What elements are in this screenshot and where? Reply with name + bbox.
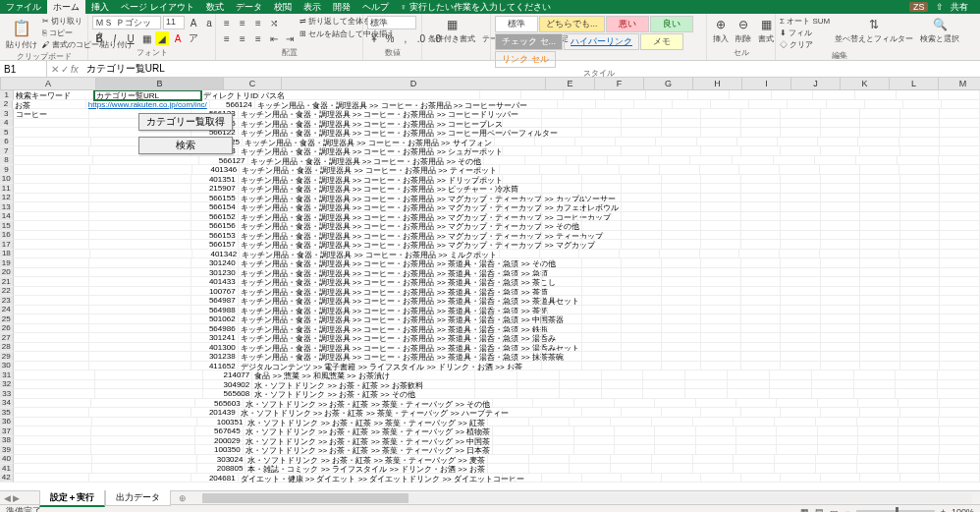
cell[interactable] bbox=[857, 418, 898, 427]
enter-icon[interactable]: ✓ bbox=[61, 64, 69, 75]
cell[interactable] bbox=[741, 352, 782, 362]
cell[interactable] bbox=[605, 90, 646, 100]
cell[interactable] bbox=[493, 427, 533, 436]
cell[interactable] bbox=[14, 362, 90, 371]
cell[interactable] bbox=[821, 109, 861, 119]
cell[interactable] bbox=[503, 109, 543, 119]
cell[interactable] bbox=[560, 370, 602, 380]
cancel-icon[interactable]: ✕ bbox=[51, 64, 59, 75]
cell[interactable] bbox=[89, 194, 191, 203]
cell[interactable]: 564987 bbox=[191, 296, 239, 306]
cell[interactable] bbox=[608, 156, 649, 166]
cell[interactable] bbox=[582, 258, 623, 268]
cell[interactable] bbox=[14, 175, 90, 185]
cell[interactable] bbox=[821, 408, 861, 418]
fx-icon[interactable]: fx bbox=[71, 64, 79, 75]
cell[interactable]: キッチン用品・食器・調理器具 >> コーヒー・お茶用品 >> マグカップ・ティー… bbox=[239, 240, 503, 250]
cell[interactable]: 本・雑誌・コミック >> ライフスタイル >> ドリンク・お酒 >> お茶 bbox=[245, 464, 487, 474]
cell[interactable] bbox=[622, 277, 662, 287]
cell[interactable] bbox=[781, 109, 821, 119]
row-header[interactable]: 34 bbox=[0, 399, 14, 409]
cell[interactable] bbox=[14, 333, 90, 343]
cell[interactable] bbox=[736, 427, 777, 436]
style-bad[interactable]: 悪い bbox=[606, 16, 649, 32]
cell[interactable]: 567645 bbox=[195, 427, 244, 436]
cell[interactable] bbox=[503, 296, 543, 306]
cell[interactable] bbox=[662, 240, 702, 250]
tab-insert[interactable]: 挿入 bbox=[85, 0, 115, 14]
cell[interactable] bbox=[858, 399, 898, 409]
cell[interactable] bbox=[940, 138, 980, 147]
cell[interactable] bbox=[503, 343, 543, 353]
cell[interactable] bbox=[777, 427, 817, 436]
cell[interactable] bbox=[940, 194, 980, 203]
cell[interactable] bbox=[503, 258, 543, 268]
cell[interactable] bbox=[582, 175, 623, 185]
cell[interactable] bbox=[622, 175, 662, 185]
cell[interactable] bbox=[14, 194, 90, 203]
cell[interactable] bbox=[475, 380, 517, 390]
cell[interactable] bbox=[582, 474, 623, 484]
cell[interactable] bbox=[503, 268, 543, 278]
col-header-D[interactable]: D bbox=[282, 78, 546, 89]
cell[interactable] bbox=[860, 352, 900, 362]
row-header[interactable]: 8 bbox=[0, 156, 14, 166]
cell[interactable] bbox=[701, 474, 741, 484]
cell[interactable] bbox=[900, 231, 941, 241]
cell[interactable] bbox=[701, 362, 741, 371]
cell[interactable] bbox=[821, 258, 861, 268]
cell[interactable] bbox=[701, 268, 741, 278]
cell[interactable] bbox=[89, 314, 191, 324]
cell[interactable] bbox=[503, 119, 543, 129]
autosum-button[interactable]: Σ オート SUM bbox=[780, 16, 830, 27]
cell[interactable] bbox=[696, 399, 736, 409]
cell[interactable] bbox=[14, 165, 90, 175]
cell[interactable] bbox=[860, 474, 900, 484]
cell[interactable] bbox=[741, 287, 782, 297]
cell[interactable] bbox=[821, 175, 861, 185]
cell[interactable] bbox=[821, 474, 861, 484]
cell[interactable] bbox=[90, 250, 192, 259]
row-header[interactable]: 30 bbox=[0, 362, 14, 371]
cell[interactable] bbox=[95, 380, 203, 390]
cell[interactable]: 208805 bbox=[197, 464, 245, 474]
cell[interactable] bbox=[741, 306, 782, 315]
cell[interactable] bbox=[574, 427, 615, 436]
cell[interactable] bbox=[900, 119, 941, 129]
cell[interactable]: キッチン用品・食器・調理器具 >> コーヒー・お茶用品 >> 茶道具・湯呑・急須… bbox=[239, 258, 503, 268]
cell[interactable] bbox=[503, 306, 543, 315]
cell[interactable] bbox=[940, 146, 980, 156]
row-header[interactable]: 41 bbox=[0, 464, 14, 474]
cell[interactable] bbox=[781, 306, 821, 315]
cell[interactable] bbox=[777, 436, 817, 446]
row-header[interactable]: 16 bbox=[0, 231, 14, 241]
cell[interactable] bbox=[542, 306, 582, 315]
cell[interactable] bbox=[821, 333, 861, 343]
style-link[interactable]: ハイパーリンク bbox=[564, 33, 639, 50]
cell[interactable] bbox=[14, 250, 90, 259]
cell[interactable] bbox=[655, 445, 695, 455]
cell[interactable] bbox=[602, 389, 644, 399]
insert-cells-button[interactable]: ⊕挿入 bbox=[711, 16, 731, 45]
cell[interactable] bbox=[821, 212, 861, 222]
row-header[interactable]: 32 bbox=[0, 380, 14, 390]
paste-button[interactable]: 📋貼り付け bbox=[4, 16, 39, 51]
cell[interactable] bbox=[940, 268, 980, 278]
cell[interactable] bbox=[775, 464, 816, 474]
cell[interactable] bbox=[781, 474, 821, 484]
cell[interactable] bbox=[660, 250, 700, 259]
cell[interactable] bbox=[860, 343, 900, 353]
cell[interactable] bbox=[582, 324, 623, 334]
cell[interactable]: 215907 bbox=[191, 184, 239, 194]
cell[interactable] bbox=[542, 212, 582, 222]
cell[interactable] bbox=[503, 362, 543, 371]
cell[interactable] bbox=[542, 202, 582, 212]
cell[interactable] bbox=[940, 352, 980, 362]
cell[interactable]: 566156 bbox=[191, 221, 239, 231]
cell[interactable] bbox=[615, 445, 655, 455]
cell[interactable]: キッチン用品・食器・調理器具 >> コーヒー・お茶用品 >> サイフォン bbox=[243, 138, 495, 147]
cell[interactable] bbox=[503, 314, 543, 324]
cell[interactable] bbox=[821, 240, 861, 250]
cell[interactable]: 214077 bbox=[203, 370, 252, 380]
cell[interactable] bbox=[493, 445, 533, 455]
